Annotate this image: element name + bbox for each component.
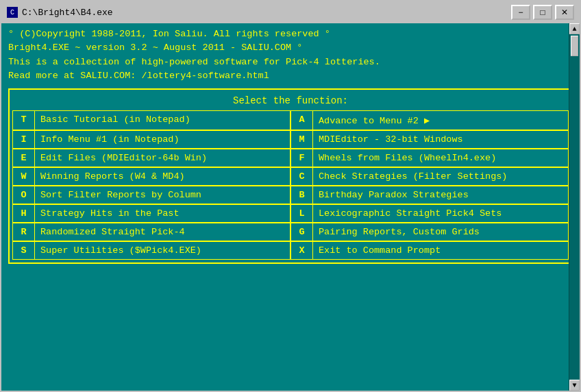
menu-label: Birthday Paradox Strategies: [313, 186, 474, 204]
menu-key: M: [291, 131, 313, 148]
window-icon: C: [7, 7, 18, 18]
menu-key: F: [291, 149, 313, 167]
menu-label: Sort Filter Reports by Column: [35, 186, 207, 204]
menu-label: MDIEditor - 32-bit Windows: [313, 131, 469, 148]
scroll-track: [569, 34, 580, 380]
menu-row-left-6[interactable]: R Randomized Straight Pick-4: [12, 223, 290, 241]
menu-label: Info Menu #1 (in Notepad): [35, 131, 185, 148]
copyright-line: ° (C)Copyright 1988-2011, Ion Saliu. All…: [8, 27, 573, 41]
menu-row-right-1[interactable]: M MDIEditor - 32-bit Windows: [290, 130, 569, 149]
menu-key: T: [13, 111, 35, 130]
menu-row-left-4[interactable]: O Sort Filter Reports by Column: [12, 186, 290, 204]
menu-grid: T Basic Tutorial (in Notepad) A Advance …: [12, 110, 569, 260]
menu-key: W: [13, 168, 35, 185]
menu-label: Exit to Command Prompt: [313, 242, 446, 259]
description-line: This is a collection of high-powered sof…: [8, 56, 573, 69]
menu-label: Strategy Hits in the Past: [35, 205, 185, 222]
menu-row-left-5[interactable]: H Strategy Hits in the Past: [12, 204, 290, 223]
menu-label: Check Strategies (Filter Settings): [313, 168, 512, 185]
close-button[interactable]: ✕: [555, 5, 574, 20]
menu-box: Select the function: T Basic Tutorial (i…: [8, 88, 573, 264]
menu-label: Lexicographic Straight Pick4 Sets: [313, 205, 507, 222]
menu-key: R: [13, 223, 35, 241]
menu-row-left-7[interactable]: S Super Utilities ($WPick4.EXE): [12, 241, 290, 260]
menu-row-right-6[interactable]: G Pairing Reports, Custom Grids: [290, 223, 569, 241]
header-section: ° (C)Copyright 1988-2011, Ion Saliu. All…: [8, 27, 573, 83]
menu-key: H: [13, 205, 35, 222]
menu-label: Super Utilities ($WPick4.EXE): [35, 242, 207, 259]
menu-title: Select the function:: [12, 93, 569, 110]
menu-label: Advance to Menu #2 ▶: [313, 111, 435, 130]
menu-key: L: [291, 205, 313, 222]
menu-row-right-5[interactable]: L Lexicographic Straight Pick4 Sets: [290, 204, 569, 223]
menu-key: C: [291, 168, 313, 185]
menu-row-left-2[interactable]: E Edit Files (MDIEditor-64b Win): [12, 149, 290, 167]
maximize-button[interactable]: □: [533, 5, 552, 20]
scroll-thumb[interactable]: [571, 36, 578, 56]
title-bar: C C:\Bright4\B4.exe − □ ✕: [1, 1, 580, 23]
title-bar-buttons: − □ ✕: [511, 5, 574, 20]
menu-key: E: [13, 149, 35, 167]
menu-label: Basic Tutorial (in Notepad): [35, 111, 196, 130]
menu-key: O: [13, 186, 35, 204]
menu-row-right-3[interactable]: C Check Strategies (Filter Settings): [290, 167, 569, 186]
menu-key: A: [291, 111, 313, 130]
menu-key: X: [291, 242, 313, 259]
menu-row-left-1[interactable]: I Info Menu #1 (in Notepad): [12, 130, 290, 149]
menu-label: Winning Reports (W4 & MD4): [35, 168, 190, 185]
menu-key: B: [291, 186, 313, 204]
menu-label: Randomized Straight Pick-4: [35, 223, 190, 241]
menu-key: S: [13, 242, 35, 259]
scroll-down-button[interactable]: ▼: [569, 380, 580, 391]
menu-label: Pairing Reports, Custom Grids: [313, 223, 485, 241]
menu-key: G: [291, 223, 313, 241]
window-title: C:\Bright4\B4.exe: [22, 8, 511, 18]
menu-row-right-2[interactable]: F Wheels from Files (WheelIn4.exe): [290, 149, 569, 167]
menu-row-left-3[interactable]: W Winning Reports (W4 & MD4): [12, 167, 290, 186]
menu-row-right-0[interactable]: A Advance to Menu #2 ▶: [290, 110, 569, 130]
menu-row-left-0[interactable]: T Basic Tutorial (in Notepad): [12, 110, 290, 130]
menu-label: Edit Files (MDIEditor-64b Win): [35, 149, 212, 167]
website-line: Read more at SALIU.COM: /lottery4-softwa…: [8, 69, 573, 83]
minimize-button[interactable]: −: [511, 5, 530, 20]
menu-row-right-4[interactable]: B Birthday Paradox Strategies: [290, 186, 569, 204]
menu-label: Wheels from Files (WheelIn4.exe): [313, 149, 502, 167]
menu-row-right-7[interactable]: X Exit to Command Prompt: [290, 241, 569, 260]
terminal-content: ° (C)Copyright 1988-2011, Ion Saliu. All…: [1, 23, 580, 391]
scrollbar[interactable]: ▲ ▼: [569, 23, 580, 391]
version-line: Bright4.EXE ~ version 3.2 ~ August 2011 …: [8, 41, 573, 55]
main-window: C C:\Bright4\B4.exe − □ ✕ ° (C)Copyright…: [0, 0, 581, 392]
menu-key: I: [13, 131, 35, 148]
scroll-up-button[interactable]: ▲: [569, 23, 580, 34]
